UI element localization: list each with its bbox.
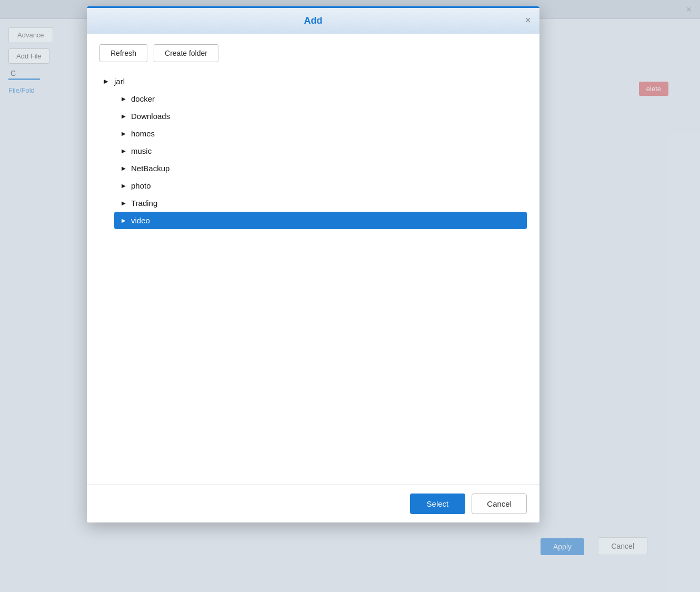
downloads-label: Downloads bbox=[131, 112, 170, 121]
trading-expand-icon: ▶ bbox=[119, 199, 128, 208]
netbackup-expand-icon: ▶ bbox=[119, 164, 128, 173]
jarl-label: jarl bbox=[114, 77, 125, 86]
modal-body: Refresh Create folder ▶ jarl ▶ docker ▶ … bbox=[87, 34, 539, 485]
modal-footer: Select Cancel bbox=[87, 485, 539, 522]
modal-title-bar: Add × bbox=[87, 6, 539, 34]
tree-item-downloads[interactable]: ▶ Downloads bbox=[114, 107, 527, 125]
modal-title: Add bbox=[304, 15, 323, 26]
music-expand-icon: ▶ bbox=[119, 147, 128, 155]
jarl-expand-icon: ▶ bbox=[102, 77, 110, 86]
refresh-button[interactable]: Refresh bbox=[99, 44, 147, 62]
tree-item-trading[interactable]: ▶ Trading bbox=[114, 194, 527, 212]
modal-close-button[interactable]: × bbox=[525, 14, 531, 26]
tree-item-jarl[interactable]: ▶ jarl bbox=[99, 73, 527, 90]
tree-item-music[interactable]: ▶ music bbox=[114, 142, 527, 160]
modal-toolbar: Refresh Create folder bbox=[99, 44, 527, 62]
netbackup-label: NetBackup bbox=[131, 164, 169, 173]
photo-label: photo bbox=[131, 181, 151, 190]
docker-expand-icon: ▶ bbox=[119, 95, 128, 103]
docker-label: docker bbox=[131, 94, 155, 103]
video-expand-icon: ▶ bbox=[119, 216, 128, 225]
select-button[interactable]: Select bbox=[410, 494, 466, 514]
tree-item-docker[interactable]: ▶ docker bbox=[114, 90, 527, 107]
photo-expand-icon: ▶ bbox=[119, 182, 128, 190]
folder-tree: ▶ jarl ▶ docker ▶ Downloads ▶ homes ▶ bbox=[99, 73, 527, 229]
tree-item-photo[interactable]: ▶ photo bbox=[114, 177, 527, 194]
music-label: music bbox=[131, 146, 152, 155]
create-folder-button[interactable]: Create folder bbox=[154, 44, 218, 62]
homes-expand-icon: ▶ bbox=[119, 130, 128, 138]
add-folder-modal: Add × Refresh Create folder ▶ jarl ▶ bbox=[87, 6, 539, 522]
video-label: video bbox=[131, 216, 150, 225]
cancel-button[interactable]: Cancel bbox=[472, 494, 527, 514]
trading-label: Trading bbox=[131, 199, 157, 208]
tree-item-video[interactable]: ▶ video bbox=[114, 212, 527, 229]
tree-children-jarl: ▶ docker ▶ Downloads ▶ homes ▶ music ▶ bbox=[114, 90, 527, 229]
downloads-expand-icon: ▶ bbox=[119, 112, 128, 121]
tree-item-netbackup[interactable]: ▶ NetBackup bbox=[114, 160, 527, 177]
tree-item-homes[interactable]: ▶ homes bbox=[114, 125, 527, 142]
homes-label: homes bbox=[131, 129, 155, 138]
